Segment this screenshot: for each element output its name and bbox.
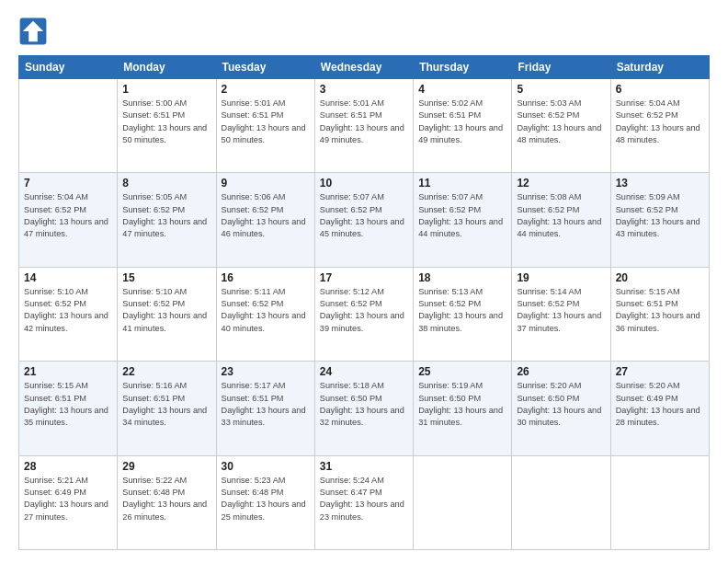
day-number: 26 <box>517 365 605 378</box>
day-cell: 31Sunrise: 5:24 AM Sunset: 6:47 PM Dayli… <box>314 455 413 549</box>
day-info: Sunrise: 5:19 AM Sunset: 6:50 PM Dayligh… <box>418 380 506 429</box>
day-number: 3 <box>320 83 408 96</box>
day-number: 6 <box>616 83 704 96</box>
day-cell: 29Sunrise: 5:22 AM Sunset: 6:48 PM Dayli… <box>118 455 216 549</box>
day-cell: 18Sunrise: 5:13 AM Sunset: 6:52 PM Dayli… <box>414 267 512 361</box>
day-number: 31 <box>320 460 408 473</box>
day-cell <box>512 455 610 549</box>
day-cell: 5Sunrise: 5:03 AM Sunset: 6:52 PM Daylig… <box>512 79 610 173</box>
day-number: 29 <box>122 460 210 473</box>
day-info: Sunrise: 5:15 AM Sunset: 6:51 PM Dayligh… <box>616 286 704 335</box>
logo-icon <box>18 17 48 46</box>
day-info: Sunrise: 5:10 AM Sunset: 6:52 PM Dayligh… <box>122 286 210 335</box>
day-cell: 3Sunrise: 5:01 AM Sunset: 6:51 PM Daylig… <box>314 79 413 173</box>
day-number: 23 <box>222 365 310 378</box>
day-info: Sunrise: 5:07 AM Sunset: 6:52 PM Dayligh… <box>320 191 408 240</box>
day-cell: 14Sunrise: 5:10 AM Sunset: 6:52 PM Dayli… <box>19 267 118 361</box>
day-cell <box>19 79 118 173</box>
day-info: Sunrise: 5:10 AM Sunset: 6:52 PM Dayligh… <box>24 286 112 335</box>
day-info: Sunrise: 5:20 AM Sunset: 6:49 PM Dayligh… <box>616 380 704 429</box>
day-cell: 25Sunrise: 5:19 AM Sunset: 6:50 PM Dayli… <box>414 362 512 455</box>
week-row-5: 28Sunrise: 5:21 AM Sunset: 6:49 PM Dayli… <box>19 455 710 549</box>
day-cell: 28Sunrise: 5:21 AM Sunset: 6:49 PM Dayli… <box>19 455 118 549</box>
day-number: 14 <box>24 271 112 284</box>
day-number: 30 <box>222 460 310 473</box>
day-info: Sunrise: 5:18 AM Sunset: 6:50 PM Dayligh… <box>320 380 408 429</box>
day-number: 27 <box>616 365 704 378</box>
day-info: Sunrise: 5:05 AM Sunset: 6:52 PM Dayligh… <box>122 191 210 240</box>
day-cell: 19Sunrise: 5:14 AM Sunset: 6:52 PM Dayli… <box>512 267 610 361</box>
day-cell: 9Sunrise: 5:06 AM Sunset: 6:52 PM Daylig… <box>216 173 314 267</box>
day-cell: 8Sunrise: 5:05 AM Sunset: 6:52 PM Daylig… <box>118 173 216 267</box>
day-info: Sunrise: 5:20 AM Sunset: 6:50 PM Dayligh… <box>517 380 605 429</box>
day-cell: 23Sunrise: 5:17 AM Sunset: 6:51 PM Dayli… <box>216 362 314 455</box>
day-cell: 7Sunrise: 5:04 AM Sunset: 6:52 PM Daylig… <box>19 173 118 267</box>
day-info: Sunrise: 5:04 AM Sunset: 6:52 PM Dayligh… <box>616 98 704 146</box>
col-wednesday: Wednesday <box>314 56 413 79</box>
day-cell: 30Sunrise: 5:23 AM Sunset: 6:48 PM Dayli… <box>216 455 314 549</box>
day-info: Sunrise: 5:22 AM Sunset: 6:48 PM Dayligh… <box>122 475 210 523</box>
day-number: 28 <box>24 460 112 473</box>
day-info: Sunrise: 5:13 AM Sunset: 6:52 PM Dayligh… <box>418 286 506 335</box>
day-cell: 10Sunrise: 5:07 AM Sunset: 6:52 PM Dayli… <box>314 173 413 267</box>
week-row-3: 14Sunrise: 5:10 AM Sunset: 6:52 PM Dayli… <box>19 267 710 361</box>
day-info: Sunrise: 5:09 AM Sunset: 6:52 PM Dayligh… <box>616 191 704 240</box>
day-info: Sunrise: 5:17 AM Sunset: 6:51 PM Dayligh… <box>222 380 310 429</box>
day-number: 5 <box>517 83 605 96</box>
day-number: 2 <box>222 83 310 96</box>
day-cell: 15Sunrise: 5:10 AM Sunset: 6:52 PM Dayli… <box>118 267 216 361</box>
day-cell: 13Sunrise: 5:09 AM Sunset: 6:52 PM Dayli… <box>610 173 709 267</box>
header <box>18 17 710 46</box>
day-info: Sunrise: 5:03 AM Sunset: 6:52 PM Dayligh… <box>517 98 605 146</box>
day-cell: 6Sunrise: 5:04 AM Sunset: 6:52 PM Daylig… <box>610 79 709 173</box>
day-info: Sunrise: 5:06 AM Sunset: 6:52 PM Dayligh… <box>222 191 310 240</box>
col-thursday: Thursday <box>414 56 512 79</box>
day-number: 25 <box>418 365 506 378</box>
day-info: Sunrise: 5:11 AM Sunset: 6:52 PM Dayligh… <box>222 286 310 335</box>
day-info: Sunrise: 5:00 AM Sunset: 6:51 PM Dayligh… <box>122 98 210 146</box>
day-cell: 26Sunrise: 5:20 AM Sunset: 6:50 PM Dayli… <box>512 362 610 455</box>
logo <box>18 17 53 46</box>
day-number: 7 <box>24 177 112 190</box>
col-monday: Monday <box>118 56 216 79</box>
day-number: 11 <box>418 177 506 190</box>
day-cell: 21Sunrise: 5:15 AM Sunset: 6:51 PM Dayli… <box>19 362 118 455</box>
day-cell: 2Sunrise: 5:01 AM Sunset: 6:51 PM Daylig… <box>216 79 314 173</box>
day-cell <box>610 455 709 549</box>
day-info: Sunrise: 5:02 AM Sunset: 6:51 PM Dayligh… <box>418 98 506 146</box>
day-number: 19 <box>517 271 605 284</box>
week-row-4: 21Sunrise: 5:15 AM Sunset: 6:51 PM Dayli… <box>19 362 710 455</box>
day-number: 1 <box>122 83 210 96</box>
day-info: Sunrise: 5:15 AM Sunset: 6:51 PM Dayligh… <box>24 380 112 429</box>
col-friday: Friday <box>512 56 610 79</box>
day-number: 16 <box>222 271 310 284</box>
day-number: 18 <box>418 271 506 284</box>
day-cell: 1Sunrise: 5:00 AM Sunset: 6:51 PM Daylig… <box>118 79 216 173</box>
day-cell <box>414 455 512 549</box>
col-tuesday: Tuesday <box>216 56 314 79</box>
day-cell: 12Sunrise: 5:08 AM Sunset: 6:52 PM Dayli… <box>512 173 610 267</box>
day-number: 4 <box>418 83 506 96</box>
day-info: Sunrise: 5:21 AM Sunset: 6:49 PM Dayligh… <box>24 475 112 523</box>
day-cell: 4Sunrise: 5:02 AM Sunset: 6:51 PM Daylig… <box>414 79 512 173</box>
day-number: 21 <box>24 365 112 378</box>
day-number: 20 <box>616 271 704 284</box>
day-number: 10 <box>320 177 408 190</box>
day-info: Sunrise: 5:01 AM Sunset: 6:51 PM Dayligh… <box>222 98 310 146</box>
day-number: 17 <box>320 271 408 284</box>
day-cell: 24Sunrise: 5:18 AM Sunset: 6:50 PM Dayli… <box>314 362 413 455</box>
week-row-2: 7Sunrise: 5:04 AM Sunset: 6:52 PM Daylig… <box>19 173 710 267</box>
calendar-page: Sunday Monday Tuesday Wednesday Thursday… <box>0 0 728 563</box>
header-row: Sunday Monday Tuesday Wednesday Thursday… <box>19 56 710 79</box>
day-info: Sunrise: 5:16 AM Sunset: 6:51 PM Dayligh… <box>122 380 210 429</box>
day-number: 22 <box>122 365 210 378</box>
day-number: 8 <box>122 177 210 190</box>
day-info: Sunrise: 5:23 AM Sunset: 6:48 PM Dayligh… <box>222 475 310 523</box>
day-info: Sunrise: 5:12 AM Sunset: 6:52 PM Dayligh… <box>320 286 408 335</box>
day-number: 24 <box>320 365 408 378</box>
day-info: Sunrise: 5:04 AM Sunset: 6:52 PM Dayligh… <box>24 191 112 240</box>
day-info: Sunrise: 5:14 AM Sunset: 6:52 PM Dayligh… <box>517 286 605 335</box>
day-number: 12 <box>517 177 605 190</box>
col-sunday: Sunday <box>19 56 118 79</box>
day-cell: 16Sunrise: 5:11 AM Sunset: 6:52 PM Dayli… <box>216 267 314 361</box>
